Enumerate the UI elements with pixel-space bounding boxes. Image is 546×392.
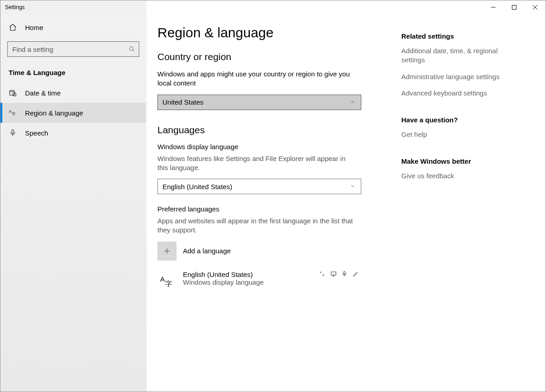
microphone-icon — [9, 129, 17, 137]
svg-line-5 — [133, 50, 135, 52]
search-icon — [125, 46, 139, 52]
svg-line-10 — [15, 95, 15, 95]
maximize-icon — [512, 5, 516, 10]
window-title: Settings — [5, 4, 25, 10]
related-link-regional[interactable]: Additional date, time, & regional settin… — [401, 46, 520, 65]
language-sub: Windows display language — [183, 278, 313, 286]
category-header: Time & Language — [0, 65, 146, 83]
svg-rect-24 — [344, 271, 345, 274]
page-title: Region & language — [157, 25, 390, 40]
improve-heading: Make Windows better — [401, 157, 520, 165]
home-nav[interactable]: Home — [0, 19, 146, 36]
sidebar-item-label: Date & time — [25, 89, 61, 97]
close-button[interactable] — [525, 0, 546, 14]
country-value: United States — [162, 98, 203, 106]
add-language-button[interactable]: Add a language — [157, 241, 390, 261]
display-lang-label: Windows display language — [157, 143, 390, 151]
related-heading: Related settings — [401, 32, 520, 40]
feedback-link[interactable]: Give us feedback — [401, 171, 520, 181]
sidebar: Home Time & Language Date & time — [0, 14, 147, 392]
sidebar-item-label: Speech — [25, 129, 48, 137]
svg-point-4 — [130, 47, 133, 50]
sidebar-item-date-time[interactable]: Date & time — [0, 83, 146, 103]
chevron-down-icon — [350, 183, 356, 190]
get-help-link[interactable]: Get help — [401, 130, 520, 139]
sidebar-item-label: Region & language — [25, 109, 83, 117]
svg-text:A: A — [160, 275, 165, 282]
plus-icon — [157, 241, 177, 261]
related-link-admin-lang[interactable]: Administrative language settings — [401, 72, 520, 81]
svg-text:字: 字 — [12, 112, 15, 116]
country-heading: Country or region — [157, 51, 390, 62]
home-icon — [9, 23, 17, 31]
preferred-lang-desc: Apps and websites will appear in the fir… — [157, 216, 358, 235]
language-icon: A字 — [9, 109, 17, 117]
country-dropdown[interactable]: United States — [157, 95, 361, 110]
minimize-button[interactable] — [483, 0, 504, 14]
add-language-label: Add a language — [183, 247, 231, 255]
home-label: Home — [25, 24, 43, 31]
calendar-clock-icon — [9, 89, 17, 97]
svg-text:字: 字 — [322, 273, 324, 276]
svg-text:A: A — [9, 110, 12, 114]
country-desc: Windows and apps might use your country … — [157, 70, 358, 88]
related-link-keyboard[interactable]: Advanced keyboard settings — [401, 89, 520, 98]
question-heading: Have a question? — [401, 116, 520, 124]
right-rail: Related settings Additional date, time, … — [401, 14, 529, 392]
titlebar: Settings — [0, 0, 546, 14]
minimize-icon — [491, 5, 495, 10]
handwriting-icon — [352, 271, 359, 278]
language-name: English (United States) — [183, 271, 313, 278]
close-icon — [533, 5, 537, 10]
sidebar-item-speech[interactable]: Speech — [0, 123, 146, 143]
language-icon: A字 — [157, 271, 177, 290]
maximize-button[interactable] — [504, 0, 525, 14]
svg-text:字: 字 — [165, 279, 172, 287]
display-lang-desc: Windows features like Settings and File … — [157, 154, 358, 173]
languages-heading: Languages — [157, 125, 390, 136]
display-icon — [330, 271, 338, 278]
main: Region & language Country or region Wind… — [147, 14, 546, 392]
sidebar-item-region-language[interactable]: A字 Region & language — [0, 103, 146, 123]
preferred-lang-label: Preferred languages — [157, 205, 390, 213]
search-box[interactable] — [7, 41, 139, 57]
search-input[interactable] — [8, 45, 125, 53]
svg-rect-1 — [512, 5, 516, 10]
svg-rect-21 — [331, 271, 336, 275]
svg-text:A: A — [320, 271, 322, 274]
svg-rect-13 — [12, 130, 14, 133]
display-language-value: English (United States) — [162, 183, 232, 191]
display-language-dropdown[interactable]: English (United States) — [157, 179, 361, 194]
text-to-speech-icon: A字 — [319, 271, 327, 278]
speech-icon — [341, 271, 349, 278]
language-item[interactable]: A字 English (United States) Windows displ… — [157, 271, 361, 290]
chevron-down-icon — [350, 99, 356, 106]
